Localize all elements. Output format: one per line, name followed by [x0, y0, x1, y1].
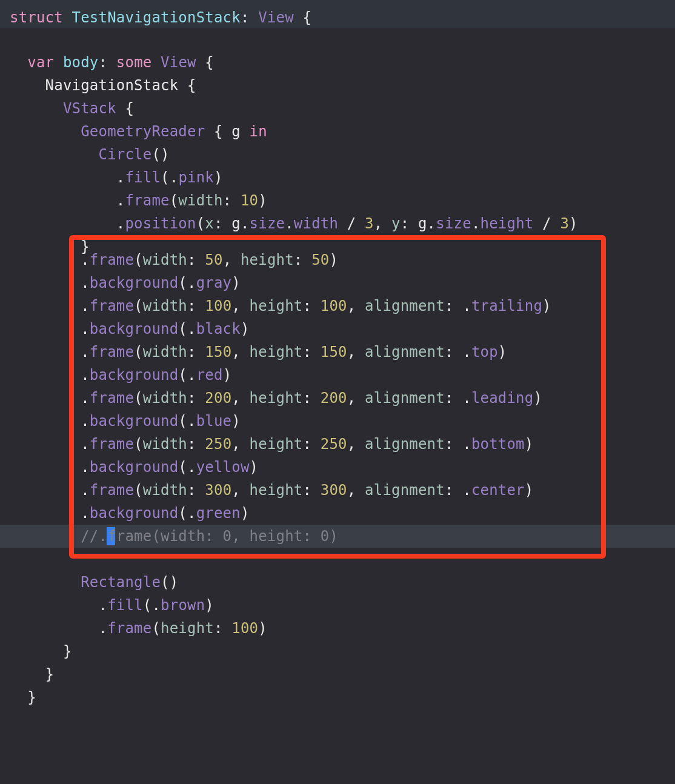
- brace: {: [178, 77, 196, 94]
- code-line[interactable]: .fill(.brown): [10, 594, 214, 617]
- brace: {: [196, 54, 214, 71]
- code-line[interactable]: }: [10, 663, 54, 686]
- punct: :: [241, 9, 258, 26]
- keyword-var: var: [27, 54, 63, 71]
- type-vstack: VStack: [63, 100, 116, 117]
- code-line[interactable]: GeometryReader { g in: [10, 120, 267, 143]
- prop-height: height: [480, 215, 534, 232]
- type-nav: NavigationStack: [45, 77, 179, 94]
- code-line[interactable]: Circle(): [10, 143, 170, 166]
- brace: {: [116, 100, 134, 117]
- param-y: y: [391, 215, 401, 232]
- fn-fill: fill: [125, 169, 161, 186]
- code-line[interactable]: .fill(.pink): [10, 166, 223, 189]
- brace: {: [294, 9, 311, 26]
- num-10: 10: [241, 192, 258, 209]
- prop-width: width: [294, 215, 338, 232]
- fn-frame: frame: [125, 192, 169, 209]
- code-line[interactable]: var body: some View {: [10, 51, 214, 74]
- keyword-struct: struct: [10, 9, 72, 26]
- fn-position: position: [125, 215, 196, 232]
- prop-size: size: [250, 215, 285, 232]
- code-line[interactable]: Rectangle(): [10, 571, 178, 594]
- annotation-highlight-box: [69, 235, 606, 559]
- param-width: width: [178, 192, 222, 209]
- closure-g: g: [231, 123, 249, 140]
- keyword-some: some: [116, 54, 161, 71]
- type-georeader: GeometryReader: [81, 123, 205, 140]
- type-name: TestNavigationStack: [72, 9, 241, 26]
- param-x: x: [205, 215, 214, 232]
- keyword-in: in: [250, 123, 267, 140]
- punct: :: [99, 54, 116, 71]
- parens: (): [151, 146, 169, 163]
- code-line[interactable]: }: [10, 640, 72, 663]
- prop-body: body: [63, 54, 99, 71]
- code-line[interactable]: VStack {: [10, 97, 134, 120]
- code-line[interactable]: .position(x: g.size.width / 3, y: g.size…: [10, 212, 578, 235]
- code-editor[interactable]: struct TestNavigationStack: View { var b…: [0, 0, 675, 784]
- code-line[interactable]: struct TestNavigationStack: View {: [10, 6, 311, 29]
- color-pink: pink: [178, 169, 214, 186]
- code-line[interactable]: NavigationStack {: [10, 74, 196, 97]
- protocol-view: View: [161, 54, 196, 71]
- type-rectangle: Rectangle: [81, 574, 161, 591]
- code-line[interactable]: }: [10, 686, 36, 709]
- code-line[interactable]: .frame(height: 100): [10, 617, 267, 640]
- code-line[interactable]: .frame(width: 10): [10, 189, 267, 212]
- num-3: 3: [365, 215, 374, 232]
- type-circle: Circle: [99, 146, 152, 163]
- protocol-view: View: [258, 9, 294, 26]
- color-brown: brown: [161, 597, 205, 614]
